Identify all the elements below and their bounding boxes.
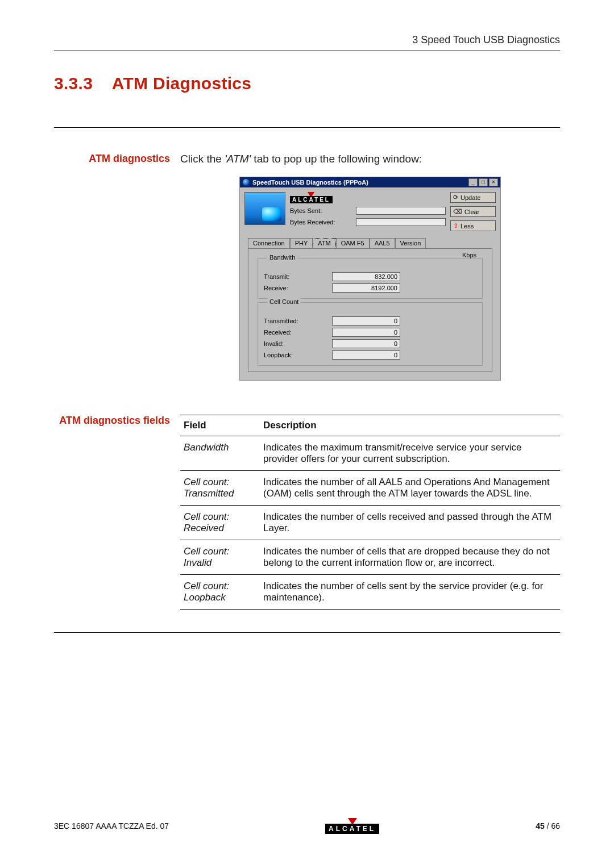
alcatel-logo: ALCATEL xyxy=(290,192,333,203)
bytes-received-value xyxy=(356,218,446,226)
table-row: Cell count: LoopbackIndicates the number… xyxy=(180,575,560,610)
eraser-icon: ⌫ xyxy=(453,208,462,215)
section-title: 3.3.3 ATM Diagnostics xyxy=(54,74,560,93)
cc-received-value: 0 xyxy=(332,328,400,337)
section-name: ATM Diagnostics xyxy=(112,74,252,93)
cc-invalid-value: 0 xyxy=(332,339,400,348)
page-footer: 3EC 16807 AAAA TCZZA Ed. 07 ALCATEL 45 /… xyxy=(54,818,560,834)
table-row: Cell count: InvalidIndicates the number … xyxy=(180,540,560,575)
kbps-header: Kbps xyxy=(408,252,476,258)
fields-label: ATM diagnostics fields xyxy=(54,415,180,610)
tab-oamf5[interactable]: OAM F5 xyxy=(336,238,370,248)
cc-invalid-label: Invalid: xyxy=(264,340,332,347)
tab-connection[interactable]: Connection xyxy=(248,238,290,248)
tab-aal5[interactable]: AAL5 xyxy=(370,238,395,248)
section-number: 3.3.3 xyxy=(54,74,93,93)
bw-receive-label: Receive: xyxy=(264,285,332,291)
cc-transmitted-label: Transmitted: xyxy=(264,318,332,324)
intro-text: Click the 'ATM' tab to pop up the follow… xyxy=(180,153,560,165)
tab-strip: Connection PHY ATM OAM F5 AAL5 Version xyxy=(248,238,492,248)
bytes-sent-label: Bytes Sent: xyxy=(290,207,352,214)
cc-transmitted-value: 0 xyxy=(332,316,400,326)
product-image xyxy=(244,192,285,225)
refresh-icon: ⟳ xyxy=(453,194,458,201)
cc-received-label: Received: xyxy=(264,329,332,336)
doc-reference: 3EC 16807 AAAA TCZZA Ed. 07 xyxy=(54,821,169,831)
arrow-up-icon: ⇧ xyxy=(453,222,458,229)
atm-diagnostics-label: ATM diagnostics xyxy=(54,153,180,381)
page-number: 45 / 66 xyxy=(536,821,560,831)
bytes-sent-value xyxy=(356,207,446,215)
cc-loopback-label: Loopback: xyxy=(264,352,332,358)
tab-atm[interactable]: ATM xyxy=(313,238,335,248)
diagnostics-window-screenshot: SpeedTouch USB Diagnostics (PPPoA) _ □ × xyxy=(239,177,501,381)
chapter-header: 3 Speed Touch USB Diagnostics xyxy=(54,34,560,51)
tab-phy[interactable]: PHY xyxy=(290,238,313,248)
less-button[interactable]: ⇧Less xyxy=(450,220,496,231)
minimize-icon[interactable]: _ xyxy=(468,178,478,186)
window-title: SpeedTouch USB Diagnostics (PPPoA) xyxy=(252,179,368,186)
cc-loopback-value: 0 xyxy=(332,350,400,360)
fields-table: Field Description BandwidthIndicates the… xyxy=(180,415,560,610)
app-icon xyxy=(242,178,250,186)
maximize-icon[interactable]: □ xyxy=(479,178,488,186)
window-titlebar: SpeedTouch USB Diagnostics (PPPoA) _ □ × xyxy=(240,177,500,187)
bw-transmit-value: 832.000 xyxy=(332,272,400,281)
bytes-received-label: Bytes Received: xyxy=(290,219,352,226)
cellcount-group: Cell Count Transmitted:0 Received:0 Inva… xyxy=(258,302,483,366)
footer-alcatel-logo: ALCATEL xyxy=(325,818,379,834)
clear-button[interactable]: ⌫Clear xyxy=(450,206,496,217)
table-row: Cell count: ReceivedIndicates the number… xyxy=(180,506,560,540)
bw-transmit-label: Transmit: xyxy=(264,273,332,280)
th-field: Field xyxy=(180,415,260,436)
th-description: Description xyxy=(260,415,560,436)
close-icon[interactable]: × xyxy=(489,178,498,186)
bw-receive-value: 8192.000 xyxy=(332,283,400,293)
table-row: BandwidthIndicates the maximum transmit/… xyxy=(180,436,560,471)
update-button[interactable]: ⟳Update xyxy=(450,192,496,203)
tab-version[interactable]: Version xyxy=(395,238,426,248)
table-row: Cell count: TransmittedIndicates the num… xyxy=(180,471,560,506)
bandwidth-group: Bandwith Kbps Transmit:832.000 Receive:8… xyxy=(258,258,483,299)
